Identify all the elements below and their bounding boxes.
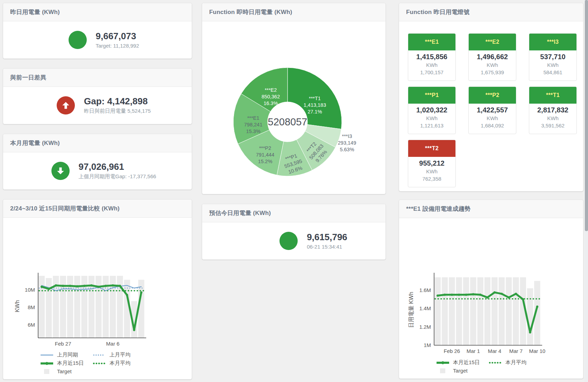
legend-item[interactable]: 本月平均 — [487, 359, 526, 366]
target-bar — [484, 277, 490, 345]
series-point — [76, 285, 78, 287]
series-point — [133, 329, 135, 331]
trend-chart: 1M1.2M1.4M1.6MFeb 26Mar 1Mar 4Mar 7Mar 1… — [399, 271, 583, 378]
series-point — [90, 284, 92, 286]
tile-value: 1,496,662 — [469, 52, 516, 61]
target-bar — [442, 277, 448, 345]
target-bar — [449, 277, 455, 345]
series-point — [529, 331, 531, 333]
lights-grid: ***E11,415,856KWh1,700,157***E21,496,662… — [399, 21, 583, 187]
legend-label: 本月平均 — [109, 360, 130, 367]
light-tile-T2: ***T2955,212KWh762,358 — [408, 140, 456, 187]
tile-target: 1,675,939 — [469, 69, 516, 76]
target-bar — [513, 277, 519, 345]
forecast-body: 9,615,796 06-21 15:34:41 — [202, 222, 385, 259]
scrollbar-track[interactable] — [585, 0, 588, 382]
month-usage-card: 本月用電量 (KWh) 97,026,961 上個月同期用電Gap: -17,3… — [3, 134, 192, 190]
series-point — [140, 291, 142, 293]
legend-swatch-icon — [489, 360, 502, 365]
light-tile-P1: ***P11,020,322KWh1,121,613 — [408, 86, 456, 134]
tile-body: 1,422,557KWh1,684,092 — [469, 104, 516, 129]
legend-label: Target — [453, 368, 468, 374]
series-point — [55, 284, 57, 286]
light-tile-E2: ***E21,496,662KWh1,675,939 — [468, 33, 516, 81]
x-tick-label: Mar 4 — [488, 348, 501, 354]
day-gap-value: Gap: 4,142,898 — [84, 96, 151, 107]
legend-item[interactable]: 本月平均 — [91, 360, 130, 367]
legend-item[interactable]: 上月平均 — [91, 352, 130, 358]
x-tick-label: Feb 27 — [55, 341, 71, 347]
scrollbar-thumb[interactable] — [585, 0, 588, 231]
trend-chart-legend: 本月近15日本月平均Target — [399, 358, 583, 378]
tile-body: 1,020,322KWh1,121,613 — [408, 104, 455, 129]
legend-item[interactable]: 本月近15日 — [38, 360, 91, 367]
x-tick-label: Mar 7 — [509, 348, 523, 354]
target-bar — [527, 288, 533, 345]
x-tick-label: Mar 10 — [529, 348, 545, 354]
forecast-card: 預估今日用電量 (KWh) 9,615,796 06-21 15:34:41 — [202, 204, 386, 260]
donut-center-total: 5208057 — [268, 116, 307, 127]
compare-chart-legend: 上月同期上月平均本月近15日本月平均Target — [3, 350, 192, 379]
legend-item[interactable]: Target — [434, 368, 468, 374]
legend-item[interactable]: 上月同期 — [38, 352, 91, 358]
tile-status-header: ***E1 — [408, 34, 455, 50]
series-point — [458, 294, 460, 296]
yesterday-usage-card: 昨日用電量 (KWh) 9,667,073 Target: 11,128,992 — [3, 3, 192, 59]
series-point — [451, 294, 453, 296]
y-tick-label: 1.4M — [419, 305, 431, 311]
yesterday-usage-body: 9,667,073 Target: 11,128,992 — [3, 21, 192, 58]
y-axis-title: 日用電量 KWh — [408, 292, 414, 328]
y-tick-label: 1.2M — [419, 324, 431, 330]
day-gap-subtitle: 昨日與前日用電量 5,524,175 — [84, 108, 151, 114]
target-bar — [463, 277, 469, 345]
tile-body: 2,817,832KWh3,591,562 — [529, 104, 576, 129]
y-tick-label: 6M — [28, 322, 35, 328]
light-tile-I3: ***I3537,710KWh584,861 — [529, 33, 577, 81]
tile-status-header: ***T2 — [408, 140, 455, 157]
middle-column: Function 即時日用電量 (KWh) ***T11,413,18327.1… — [202, 3, 386, 260]
left-column: 昨日用電量 (KWh) 9,667,073 Target: 11,128,992… — [3, 3, 192, 380]
donut-slice-label: ***I3293,1495.63% — [338, 133, 356, 152]
tile-value: 1,020,322 — [408, 105, 455, 114]
compare-chart-card: 2/24~3/10 近15日同期用電量比較 (KWh) 6M8M10MFeb 2… — [3, 199, 192, 380]
light-tile-P2: ***P21,422,557KWh1,684,092 — [468, 86, 516, 134]
tile-unit: KWh — [469, 114, 516, 122]
series-point — [536, 306, 538, 308]
series-point — [465, 294, 467, 296]
tile-unit: KWh — [408, 168, 455, 175]
x-tick-label: Feb 26 — [444, 348, 460, 354]
target-bar — [138, 280, 144, 338]
card-title: Function 昨日用電燈號 — [399, 3, 583, 21]
target-bar — [499, 277, 505, 345]
card-title: ***E1 設備用電達成趨勢 — [399, 200, 583, 218]
series-point — [494, 291, 496, 293]
legend-label: 上月同期 — [57, 352, 78, 358]
tile-unit: KWh — [408, 114, 455, 122]
right-column: Function 昨日用電燈號 ***E11,415,856KWh1,700,1… — [399, 3, 583, 379]
series-point — [112, 284, 114, 286]
legend-item[interactable]: Target — [38, 368, 72, 374]
compare-chart-svg: 6M8M10MFeb 27Mar 6KWh — [5, 271, 170, 350]
tile-body: 1,496,662KWh1,675,939 — [469, 50, 516, 76]
x-tick-label: Mar 6 — [106, 341, 119, 347]
card-title: 預估今日用電量 (KWh) — [202, 204, 385, 222]
tile-body: 537,710KWh584,861 — [529, 50, 576, 76]
day-gap-card: 與前一日差異 Gap: 4,142,898 昨日與前日用電量 5,524,175 — [3, 68, 192, 124]
tile-target: 762,358 — [408, 175, 455, 182]
tile-status-header: ***P1 — [408, 87, 455, 104]
series-point — [501, 293, 503, 295]
series-point — [83, 285, 85, 287]
compare-chart: 6M8M10MFeb 27Mar 6KWh上月同期上月平均本月近15日本月平均T… — [3, 271, 192, 379]
series-point — [98, 286, 100, 288]
trend-chart-svg: 1M1.2M1.4M1.6MFeb 26Mar 1Mar 4Mar 7Mar 1… — [401, 271, 566, 358]
legend-item[interactable]: 本月近15日 — [434, 359, 487, 366]
tile-target: 1,684,092 — [469, 122, 516, 129]
series-point — [48, 288, 50, 290]
card-title: Function 即時日用電量 (KWh) — [202, 3, 385, 21]
series-point — [508, 296, 510, 298]
yesterday-usage-target: Target: 11,128,992 — [96, 43, 139, 49]
target-bar — [477, 277, 483, 345]
green-status-circle-icon — [69, 31, 87, 49]
realtime-donut-svg: ***T11,413,18327.1%***I3293,1495.63%***T… — [202, 21, 386, 194]
green-status-circle-icon — [279, 232, 298, 250]
